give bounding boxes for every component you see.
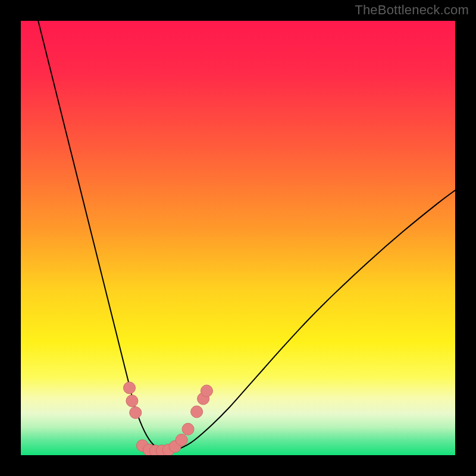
curve-layer xyxy=(21,21,455,455)
curve-markers xyxy=(124,382,213,455)
bottleneck-curve xyxy=(38,21,455,451)
curve-marker xyxy=(176,434,187,446)
watermark-text: TheBottleneck.com xyxy=(355,2,469,18)
chart-frame: TheBottleneck.com xyxy=(0,0,476,476)
curve-marker xyxy=(191,406,203,418)
plot-area xyxy=(21,21,455,455)
curve-marker xyxy=(182,423,194,435)
curve-marker xyxy=(126,395,138,407)
curve-marker xyxy=(124,382,136,394)
curve-marker xyxy=(130,406,142,418)
curve-marker xyxy=(201,385,212,397)
